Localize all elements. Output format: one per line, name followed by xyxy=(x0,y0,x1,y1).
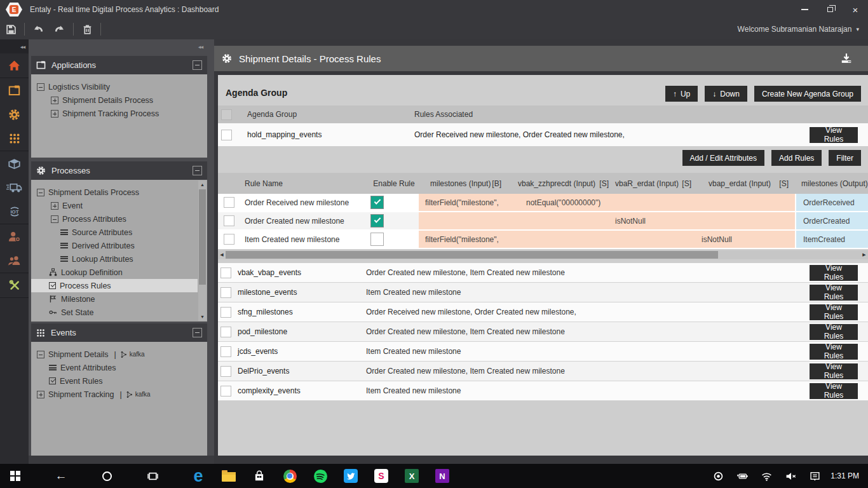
tree-item-milestone[interactable]: Milestone xyxy=(31,292,198,306)
agenda-row[interactable]: vbak_vbap_events Order Created new miles… xyxy=(218,263,868,283)
vbap-erdat-cell[interactable]: isNotNull xyxy=(692,231,795,248)
vbap-erdat-cell[interactable] xyxy=(692,194,795,211)
row-checkbox[interactable] xyxy=(224,234,234,245)
task-view-button[interactable] xyxy=(137,464,168,488)
milestones-output-cell[interactable]: OrderReceived xyxy=(795,194,868,211)
move-down-button[interactable]: ↓Down xyxy=(705,86,747,102)
view-rules-button[interactable]: View Rules xyxy=(810,265,858,281)
sidebar-item-iot[interactable] xyxy=(0,200,29,224)
enable-rule-checkbox[interactable] xyxy=(370,233,384,246)
sidebar-item-users[interactable] xyxy=(0,248,29,273)
delete-button[interactable] xyxy=(76,21,98,37)
start-button[interactable] xyxy=(0,464,31,488)
network-status[interactable] xyxy=(754,464,778,488)
tree-item-lookup-definition[interactable]: Lookup Definition xyxy=(31,266,198,279)
cortana-button[interactable] xyxy=(92,464,122,488)
milestones-input-cell[interactable]: filterField("milestone", xyxy=(419,194,517,211)
taskbar-item-file-explorer[interactable] xyxy=(214,464,244,488)
scrollbar-thumb[interactable] xyxy=(199,189,206,285)
tree-item-derived-attributes[interactable]: Derived Attributes xyxy=(31,239,198,252)
vbaR-erdat-cell[interactable] xyxy=(615,194,692,211)
vbap-erdat-cell[interactable] xyxy=(692,212,795,229)
redo-button[interactable] xyxy=(49,21,71,37)
row-checkbox[interactable] xyxy=(220,366,231,377)
undo-button[interactable] xyxy=(27,21,49,37)
expand-expander-icon[interactable] xyxy=(37,391,44,398)
battery-status[interactable] xyxy=(730,464,754,488)
action-center-button[interactable] xyxy=(803,464,827,488)
view-rules-button[interactable]: View Rules xyxy=(810,324,858,340)
tree-item-process-rules-selected[interactable]: Process Rules xyxy=(31,279,198,292)
view-rules-button[interactable]: View Rules xyxy=(810,304,858,320)
sidebar-item-modules[interactable] xyxy=(0,126,29,151)
processes-panel-header[interactable]: Processes xyxy=(31,161,207,180)
sidebar-item-logistics[interactable] xyxy=(0,175,29,200)
row-checkbox[interactable] xyxy=(220,327,231,337)
processes-scrollbar[interactable]: ▲ ▼ xyxy=(198,180,207,321)
milestones-input-cell[interactable]: filterField("milestone", xyxy=(419,231,517,248)
tree-item-event-attributes[interactable]: Event Attributes xyxy=(31,361,207,374)
tree-item-shipment-details-process[interactable]: Shipment Details Process xyxy=(31,93,207,107)
rule-row[interactable]: Order Created new milestone isNotNull Or… xyxy=(218,212,868,231)
tree-item-shipment-details[interactable]: Shipment Details |kafka xyxy=(31,348,207,361)
row-checkbox[interactable] xyxy=(220,346,231,357)
row-checkbox[interactable] xyxy=(224,197,234,208)
expand-expander-icon[interactable] xyxy=(51,202,58,210)
scrollbar-thumb[interactable] xyxy=(226,251,718,259)
expand-expander-icon[interactable] xyxy=(51,110,58,118)
taskbar-item-store[interactable] xyxy=(244,464,275,488)
tray-circle-button[interactable] xyxy=(706,464,730,488)
vbak-zzhprecdt-cell[interactable] xyxy=(517,212,615,229)
row-checkbox[interactable] xyxy=(220,268,231,278)
volume-status[interactable] xyxy=(778,464,803,488)
collapse-panel-button[interactable] xyxy=(193,60,202,70)
sidebar-item-applications[interactable] xyxy=(0,78,29,102)
view-rules-button[interactable]: View Rules xyxy=(810,127,858,143)
taskbar-clock[interactable]: 1:31 PM xyxy=(831,471,859,480)
tree-item-process-attributes[interactable]: Process Attributes xyxy=(31,212,198,226)
taskbar-item-slack[interactable]: S xyxy=(366,464,397,488)
collapse-expander-icon[interactable] xyxy=(37,83,44,91)
tree-item-logistics-visibility[interactable]: Logistics Visibility xyxy=(31,80,207,93)
sidebar-item-add-user[interactable] xyxy=(0,224,29,248)
agenda-row[interactable]: sfng_milestones Order Received new miles… xyxy=(218,302,868,322)
download-button[interactable] xyxy=(840,53,853,64)
close-button[interactable]: × xyxy=(843,0,868,19)
save-button[interactable] xyxy=(0,21,22,37)
vbaR-erdat-cell[interactable] xyxy=(615,231,692,248)
milestones-input-cell[interactable] xyxy=(419,212,517,229)
rules-horizontal-scrollbar[interactable]: ◀ ▶ xyxy=(218,250,868,259)
row-checkbox[interactable] xyxy=(224,215,234,226)
filter-button[interactable]: Filter xyxy=(829,150,861,166)
row-checkbox[interactable] xyxy=(220,287,231,298)
add-rules-button[interactable]: Add Rules xyxy=(771,150,822,166)
taskbar-item-excel[interactable]: X xyxy=(397,464,427,488)
tree-item-lookup-attributes[interactable]: Lookup Attributes xyxy=(31,252,198,266)
agenda-row[interactable]: jcds_events Item Created new milestone V… xyxy=(218,342,868,362)
sidebar-item-tools[interactable] xyxy=(0,273,29,297)
sidebar-item-settings[interactable] xyxy=(0,102,29,126)
collapse-expander-icon[interactable] xyxy=(37,351,44,358)
row-checkbox[interactable] xyxy=(221,130,232,140)
applications-panel-header[interactable]: Applications xyxy=(31,56,207,74)
tree-item-shipment-detalis-process[interactable]: Shipment Detalis Process xyxy=(31,186,198,199)
agenda-row-selected[interactable]: hold_mapping_events Order Received new m… xyxy=(218,123,868,146)
collapse-expander-icon[interactable] xyxy=(51,215,58,223)
agenda-row[interactable]: milestone_events Item Created new milest… xyxy=(218,283,868,302)
move-up-button[interactable]: ↑Up xyxy=(665,86,698,102)
enable-rule-checkbox[interactable] xyxy=(370,214,384,227)
vbaR-erdat-cell[interactable]: isNotNull xyxy=(615,212,692,229)
expand-expander-icon[interactable] xyxy=(51,97,58,104)
view-rules-button[interactable]: View Rules xyxy=(810,363,858,379)
agenda-row[interactable]: DelPrio_events Order Created new milesto… xyxy=(218,362,868,381)
enable-rule-checkbox[interactable] xyxy=(370,196,384,209)
view-rules-button[interactable]: View Rules xyxy=(810,285,858,301)
collapse-panel-button[interactable] xyxy=(193,328,202,337)
panels-collapse-button[interactable]: ◀◀ xyxy=(29,39,214,53)
events-panel-header[interactable]: Events xyxy=(31,323,207,342)
tree-item-event-rules[interactable]: Event Rules xyxy=(31,374,207,388)
tree-item-shipment-tracking[interactable]: Shipment Tracking |kafka xyxy=(31,388,207,401)
back-button[interactable]: ← xyxy=(46,464,76,488)
restore-button[interactable] xyxy=(817,0,843,19)
rule-row[interactable]: Item Created new milestone filterField("… xyxy=(218,231,868,249)
